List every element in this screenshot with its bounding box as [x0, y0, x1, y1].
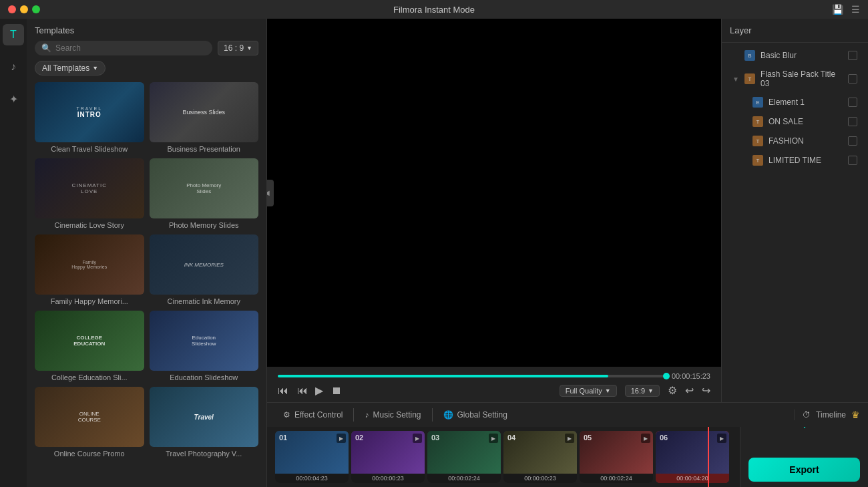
- templates-panel: Templates 🔍 16 : 9 ▼ All Templates ▼: [27, 19, 267, 487]
- visibility-toggle[interactable]: [848, 98, 857, 107]
- time-display: 00:00:15:23: [672, 372, 710, 380]
- clip-duration: 00:00:02:24: [580, 474, 653, 483]
- minimize-button[interactable]: [20, 5, 28, 13]
- timeline-container: 01 ▶ 00:00:04:23 02 ▶ 00:00:00:23: [267, 427, 740, 487]
- arrow-head: [799, 427, 810, 428]
- main-container: T ♪ ✦ Templates 🔍 16 : 9 ▼ All Temp: [0, 19, 868, 487]
- layer-item[interactable]: T FASHION: [724, 132, 865, 150]
- template-name: Education Slideshow: [150, 373, 259, 381]
- timeline-label: Timeline: [816, 410, 846, 420]
- progress-thumb: [663, 373, 670, 379]
- layer-item[interactable]: E Element 1: [724, 93, 865, 112]
- export-button[interactable]: Export: [748, 458, 860, 482]
- clip-type-icon: ▶: [337, 434, 346, 443]
- timeline-icon: ⏱: [803, 410, 811, 420]
- layer-icon: T: [752, 116, 763, 127]
- template-name: Family Happy Memori...: [35, 297, 144, 305]
- timeline-clip[interactable]: 01 ▶ 00:00:04:23: [275, 431, 349, 483]
- template-name: Travel Photography V...: [150, 450, 259, 458]
- tab-music-setting[interactable]: ♪ Music Setting: [357, 406, 429, 424]
- play-button[interactable]: ▶: [315, 384, 323, 397]
- layers-title: Layer: [730, 25, 752, 35]
- effect-icon: ⚙: [283, 410, 290, 420]
- quality-label: Full Quality: [566, 387, 602, 395]
- layers-panel: Layer B Basic Blur ▼ T Flash Sale Pack T…: [721, 19, 868, 402]
- list-item[interactable]: TRAVEL INTRO Clean Travel Slideshow: [35, 82, 144, 153]
- bottom-section: ⚙ Effect Control ♪ Music Setting 🌐 Globa…: [267, 402, 868, 487]
- ratio-select[interactable]: 16 : 9 ▼: [218, 41, 258, 55]
- timeline-clip[interactable]: 02 ▶ 00:00:00:23: [351, 431, 425, 483]
- templates-grid: TRAVEL INTRO Clean Travel Slideshow Busi…: [27, 79, 266, 487]
- ratio-badge[interactable]: 16:9 ▼: [625, 385, 660, 397]
- text-tool[interactable]: T: [3, 24, 24, 45]
- save-icon[interactable]: 💾: [832, 4, 843, 15]
- progress-bar[interactable]: [278, 375, 666, 377]
- stop-button[interactable]: ⏹: [331, 385, 342, 397]
- list-item[interactable]: ONLINECOURSE Online Course Promo: [35, 387, 144, 458]
- tab-label: Effect Control: [294, 410, 343, 420]
- timeline-tab: ⏱ Timeline ♛: [794, 410, 868, 420]
- video-preview: ◀: [267, 19, 721, 367]
- chevron-down-icon: ▼: [246, 45, 252, 51]
- timeline-area: 01 ▶ 00:00:04:23 02 ▶ 00:00:00:23: [267, 427, 740, 487]
- timeline-clip[interactable]: 05 ▶ 00:00:02:24: [580, 431, 653, 483]
- visibility-toggle[interactable]: [848, 51, 857, 60]
- settings-button[interactable]: ⚙: [668, 384, 677, 397]
- visibility-toggle[interactable]: [848, 117, 857, 126]
- window-controls: [8, 5, 40, 13]
- preview-area: ◀ 00:00:15:23 ⏮ ⏭ ▶ ⏹: [267, 19, 721, 402]
- template-name: Business Presentation: [150, 145, 259, 153]
- search-wrap: 🔍: [35, 41, 212, 55]
- layer-icon: E: [752, 97, 763, 108]
- all-templates-button[interactable]: All Templates ▼: [35, 61, 105, 75]
- list-item[interactable]: EducationSlideshow Education Slideshow: [150, 311, 259, 381]
- music-tool[interactable]: ♪: [3, 56, 24, 77]
- effects-tool[interactable]: ✦: [3, 88, 24, 110]
- list-item[interactable]: CINEMATICLOVE Cinematic Love Story: [35, 158, 144, 229]
- layer-item[interactable]: T LIMITED TIME: [724, 151, 865, 170]
- menu-icon[interactable]: ☰: [851, 4, 860, 15]
- timeline-clip[interactable]: 06 ▶ 00:00:04:20: [656, 431, 729, 483]
- list-item[interactable]: FamilyHappy Memories Family Happy Memori…: [35, 234, 144, 305]
- search-input[interactable]: [55, 43, 206, 53]
- list-item[interactable]: Travel Travel Photography V...: [150, 387, 259, 458]
- clip-number: 01: [279, 434, 287, 442]
- templates-title: Templates: [35, 25, 258, 35]
- titlebar-actions: 💾 ☰: [832, 4, 860, 15]
- visibility-toggle[interactable]: [848, 74, 857, 84]
- collapse-button[interactable]: ◀: [267, 180, 274, 206]
- step-forward-button[interactable]: ⏭: [296, 385, 307, 397]
- tab-effect-control[interactable]: ⚙ Effect Control: [275, 406, 351, 424]
- list-item[interactable]: Photo MemorySlides Photo Memory Slides: [150, 158, 259, 229]
- quality-select[interactable]: Full Quality ▼: [560, 385, 617, 397]
- close-button[interactable]: [8, 5, 16, 13]
- template-row: ONLINECOURSE Online Course Promo Travel …: [35, 387, 258, 458]
- tab-global-setting[interactable]: 🌐 Global Setting: [435, 406, 515, 424]
- list-item[interactable]: Business Slides Business Presentation: [150, 82, 259, 153]
- list-item[interactable]: COLLEGEEDUCATION College Education Sli..…: [35, 311, 144, 381]
- layer-item[interactable]: ▼ T Flash Sale Pack Title 03: [724, 65, 865, 92]
- chevron-down-icon: ▼: [92, 65, 98, 71]
- layer-item[interactable]: B Basic Blur: [724, 46, 865, 65]
- clip-type-icon: ▶: [489, 434, 498, 443]
- redo-button[interactable]: ↪: [702, 384, 710, 397]
- clip-number: 03: [431, 434, 439, 442]
- template-name: Cinematic Love Story: [35, 221, 144, 229]
- list-item[interactable]: INK MEMORIES Cinematic Ink Memory: [150, 234, 259, 305]
- layer-name: Flash Sale Pack Title 03: [761, 69, 843, 88]
- template-row: COLLEGEEDUCATION College Education Sli..…: [35, 311, 258, 381]
- rewind-button[interactable]: ⏮: [278, 385, 288, 397]
- visibility-toggle[interactable]: [848, 136, 857, 146]
- clip-number: 06: [660, 434, 668, 442]
- clip-number: 02: [355, 434, 363, 442]
- timeline-clip[interactable]: 04 ▶ 00:00:00:23: [503, 431, 577, 483]
- playback-bar: 00:00:15:23 ⏮ ⏭ ▶ ⏹ Full Quality ▼ 1: [267, 367, 721, 402]
- maximize-button[interactable]: [32, 5, 40, 13]
- timeline-clip[interactable]: 03 ▶ 00:00:02:24: [427, 431, 501, 483]
- layer-name: Basic Blur: [761, 51, 843, 60]
- undo-button[interactable]: ↩: [685, 384, 694, 397]
- search-bar: 🔍 16 : 9 ▼: [35, 41, 258, 55]
- clip-number: 05: [584, 434, 592, 442]
- visibility-toggle[interactable]: [848, 156, 857, 165]
- layer-item[interactable]: T ON SALE: [724, 112, 865, 131]
